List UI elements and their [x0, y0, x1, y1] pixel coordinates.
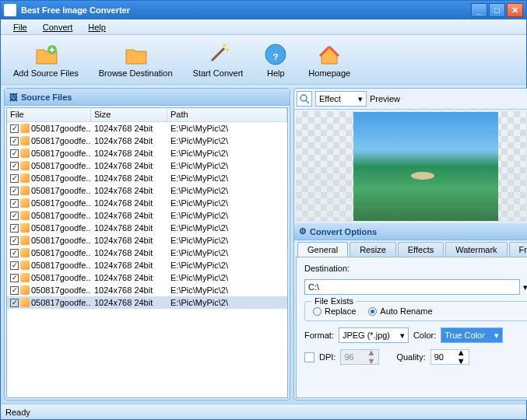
tab-body-general: Destination: ▾ File Exists Replace Auto … [296, 257, 527, 398]
tab-watermark[interactable]: Watermark [445, 242, 507, 257]
table-row[interactable]: ✓050817goodfe...1024x768 24bitE:\Pic\MyP… [7, 172, 287, 184]
folder-icon [123, 42, 148, 67]
row-checkbox[interactable]: ✓ [10, 212, 19, 220]
options-body: General Resize Effects Watermark Frame D… [296, 242, 527, 398]
row-checkbox[interactable]: ✓ [10, 162, 19, 170]
dpi-checkbox[interactable] [304, 352, 314, 362]
file-icon [20, 136, 30, 145]
toolbar: Add Source Files Browse Destination Star… [1, 35, 526, 85]
file-icon [20, 273, 30, 282]
destination-input[interactable] [304, 279, 520, 295]
table-row[interactable]: ✓050817goodfe...1024x768 24bitE:\Pic\MyP… [7, 296, 287, 309]
app-title: Best Free Image Converter [21, 5, 130, 15]
quality-spinner[interactable]: 90▲▼ [430, 349, 469, 365]
app-window: Best Free Image Converter _ □ ✕ File Con… [0, 0, 527, 420]
file-icon [20, 161, 30, 170]
maximize-button[interactable]: □ [489, 3, 505, 17]
table-row[interactable]: ✓050817goodfe...1024x768 24bitE:\Pic\MyP… [7, 197, 287, 209]
row-checkbox[interactable]: ✓ [10, 149, 19, 158]
tab-effects[interactable]: Effects [398, 242, 444, 257]
destination-label: Destination: [304, 264, 527, 273]
table-row[interactable]: ✓050817goodfe...1024x768 24bitE:\Pic\MyP… [7, 284, 287, 296]
file-icon [20, 198, 30, 208]
close-button[interactable]: ✕ [507, 3, 523, 17]
dpi-spinner[interactable]: 96▲▼ [340, 349, 379, 365]
file-icon [20, 236, 30, 245]
help-button[interactable]: ? Help [260, 40, 291, 79]
file-icon [20, 173, 30, 183]
row-checkbox[interactable]: ✓ [10, 137, 19, 145]
image-icon: 🖼 [9, 93, 18, 102]
status-text: Ready [5, 408, 30, 417]
menu-help[interactable]: Help [80, 21, 114, 33]
minimize-button[interactable]: _ [471, 3, 487, 17]
table-row[interactable]: ✓050817goodfe...1024x768 24bitE:\Pic\MyP… [7, 271, 287, 284]
home-icon [317, 42, 342, 67]
file-icon [20, 298, 30, 307]
row-checkbox[interactable]: ✓ [10, 124, 19, 133]
folder-plus-icon [33, 42, 58, 67]
quality-label: Quality: [396, 352, 425, 362]
file-icon [20, 149, 30, 158]
table-row[interactable]: ✓050817goodfe...1024x768 24bitE:\Pic\MyP… [7, 209, 287, 222]
tab-resize[interactable]: Resize [350, 242, 396, 257]
row-checkbox[interactable]: ✓ [10, 174, 19, 183]
source-panel-header: 🖼 Source Files [5, 89, 290, 106]
zoom-button[interactable] [297, 91, 312, 107]
replace-radio[interactable]: Replace [313, 306, 356, 316]
add-source-button[interactable]: Add Source Files [10, 40, 82, 79]
table-row[interactable]: ✓050817goodfe...1024x768 24bitE:\Pic\MyP… [7, 135, 287, 147]
file-icon [20, 248, 30, 257]
titlebar[interactable]: Best Free Image Converter _ □ ✕ [1, 1, 526, 19]
row-checkbox[interactable]: ✓ [10, 274, 19, 282]
table-row[interactable]: ✓050817goodfe...1024x768 24bitE:\Pic\MyP… [7, 247, 287, 259]
row-checkbox[interactable]: ✓ [10, 199, 19, 208]
color-select[interactable]: True Color▾ [441, 327, 503, 343]
format-label: Format: [304, 331, 334, 340]
effect-select[interactable]: Effect ▾ [315, 91, 367, 107]
col-size[interactable]: Size [91, 108, 167, 121]
row-checkbox[interactable]: ✓ [10, 286, 19, 295]
file-icon [20, 261, 30, 270]
table-row[interactable]: ✓050817goodfe...1024x768 24bitE:\Pic\MyP… [7, 259, 287, 271]
preview-toolbar: Effect ▾ Preview [294, 89, 527, 110]
col-file[interactable]: File [7, 108, 91, 121]
table-row[interactable]: ✓050817goodfe...1024x768 24bitE:\Pic\MyP… [7, 159, 287, 172]
tab-frame[interactable]: Frame [509, 242, 527, 257]
file-icon [20, 186, 30, 195]
file-list[interactable]: File Size Path ✓050817goodfe...1024x768 … [6, 107, 288, 398]
file-icon [20, 285, 30, 295]
table-row[interactable]: ✓050817goodfe...1024x768 24bitE:\Pic\MyP… [7, 234, 287, 247]
source-files-panel: 🖼 Source Files File Size Path ✓050817goo… [4, 88, 290, 401]
column-headers: File Size Path [7, 108, 287, 122]
row-checkbox[interactable]: ✓ [10, 249, 19, 257]
auto-rename-radio[interactable]: Auto Rename [368, 306, 432, 316]
homepage-button[interactable]: Homepage [305, 40, 353, 79]
row-checkbox[interactable]: ✓ [10, 261, 19, 270]
dropdown-icon: ▾ [358, 94, 363, 104]
help-icon: ? [263, 42, 288, 67]
right-panel: Effect ▾ Preview ⚙ Convert Options ▽ Gen… [293, 88, 527, 401]
table-row[interactable]: ✓050817goodfe...1024x768 24bitE:\Pic\MyP… [7, 147, 287, 159]
browse-destination-button[interactable]: Browse Destination [96, 40, 176, 79]
options-header: ⚙ Convert Options ▽ [294, 223, 527, 240]
format-select[interactable]: JPEG (*.jpg)▾ [339, 327, 409, 343]
color-label: Color: [413, 331, 436, 340]
row-checkbox[interactable]: ✓ [10, 299, 19, 307]
file-exists-group: File Exists Replace Auto Rename [304, 301, 527, 321]
table-row[interactable]: ✓050817goodfe...1024x768 24bitE:\Pic\MyP… [7, 184, 287, 197]
table-row[interactable]: ✓050817goodfe...1024x768 24bitE:\Pic\MyP… [7, 122, 287, 135]
tab-general[interactable]: General [297, 242, 348, 257]
file-icon [20, 124, 30, 133]
col-path[interactable]: Path [167, 108, 287, 121]
row-checkbox[interactable]: ✓ [10, 187, 19, 195]
start-convert-button[interactable]: Start Convert [190, 40, 247, 79]
gear-icon: ⚙ [299, 226, 307, 236]
row-checkbox[interactable]: ✓ [10, 224, 19, 233]
menu-convert[interactable]: Convert [35, 21, 81, 33]
row-checkbox[interactable]: ✓ [10, 236, 19, 245]
menu-file[interactable]: File [5, 21, 35, 33]
dropdown-icon[interactable]: ▾ [523, 282, 527, 292]
table-row[interactable]: ✓050817goodfe...1024x768 24bitE:\Pic\MyP… [7, 222, 287, 234]
statusbar: Ready [1, 404, 526, 419]
